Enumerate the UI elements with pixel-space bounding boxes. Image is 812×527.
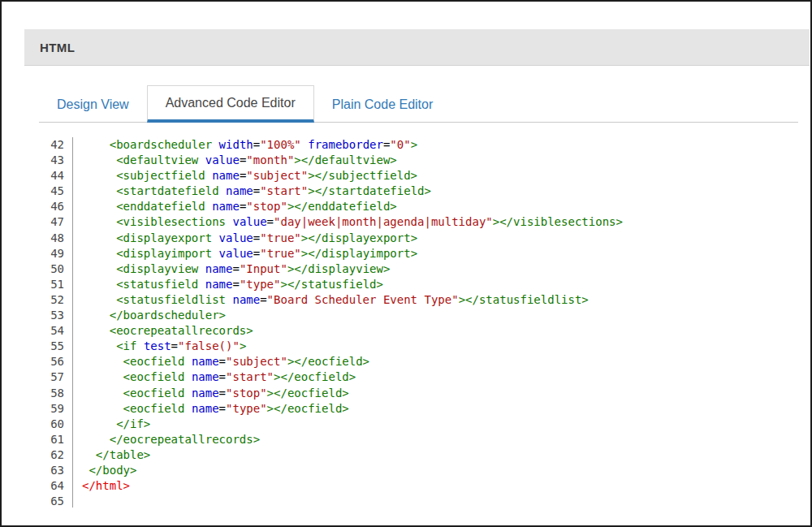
code-line: 45 <startdatefield name="start"></startd… bbox=[39, 184, 798, 199]
tab-advanced-code-editor[interactable]: Advanced Code Editor bbox=[147, 85, 314, 123]
panel-header: HTML bbox=[24, 29, 810, 66]
code-token: > bbox=[411, 138, 417, 151]
code-token: name bbox=[192, 355, 219, 368]
line-number: 54 bbox=[39, 323, 73, 339]
code-token: "month" bbox=[246, 153, 294, 166]
code-token: <displayview bbox=[116, 262, 198, 275]
line-number: 57 bbox=[39, 369, 73, 385]
code-token: <eocrepeatallrecords> bbox=[110, 324, 253, 337]
code-line: 55 <if test="false()"> bbox=[39, 339, 798, 354]
code-line: 49 <displayimport value="true"></display… bbox=[39, 246, 798, 261]
code-token: ></displayimport> bbox=[301, 247, 417, 260]
line-number: 47 bbox=[39, 214, 73, 230]
code-token: name bbox=[192, 370, 219, 383]
code-token: = bbox=[219, 402, 226, 415]
code-line-text: <displayimport value="true"></displayimp… bbox=[73, 246, 417, 261]
code-line: 58 <eocfield name="stop"></eocfield> bbox=[39, 386, 798, 401]
code-line-text: </if> bbox=[73, 417, 150, 432]
code-line-text: <eocfield name="subject"></eocfield> bbox=[73, 354, 369, 369]
code-token: = bbox=[219, 387, 226, 400]
line-number: 52 bbox=[39, 292, 73, 308]
code-token: </eocrepeatallrecords> bbox=[110, 433, 260, 446]
code-token bbox=[82, 448, 96, 461]
code-line-text: <displayexport value="true"></displayexp… bbox=[73, 231, 417, 246]
code-line-text: <eocrepeatallrecords> bbox=[73, 323, 253, 339]
code-token bbox=[82, 169, 116, 182]
code-token bbox=[82, 402, 123, 415]
code-line: 61 </eocrepeatallrecords> bbox=[39, 432, 798, 447]
code-token bbox=[205, 169, 212, 182]
code-token: name bbox=[205, 262, 233, 275]
code-token: <eocfield bbox=[123, 370, 185, 383]
line-number: 60 bbox=[39, 417, 73, 432]
code-token bbox=[219, 184, 226, 197]
code-token: <eocfield bbox=[123, 402, 185, 415]
line-number: 61 bbox=[39, 432, 73, 447]
code-token: name bbox=[192, 402, 219, 415]
code-token: ></eocfield> bbox=[267, 402, 349, 415]
code-token: = bbox=[253, 184, 260, 197]
code-token bbox=[198, 278, 205, 291]
code-token: value bbox=[219, 247, 253, 260]
code-token bbox=[82, 355, 123, 368]
code-token: name bbox=[212, 169, 240, 182]
line-number: 62 bbox=[39, 447, 73, 463]
code-line-text: <statusfield name="type"></statusfield> bbox=[73, 277, 383, 292]
code-line: 52 <statusfieldlist name="Board Schedule… bbox=[39, 292, 798, 308]
code-line: 46 <enddatefield name="stop"></enddatefi… bbox=[39, 199, 798, 214]
code-token: "day|week|month|agenda|multiday" bbox=[274, 215, 493, 228]
code-token: <eocfield bbox=[123, 355, 185, 368]
line-number: 45 bbox=[39, 184, 73, 199]
code-token: </if> bbox=[116, 417, 150, 430]
code-token: <startdatefield bbox=[116, 184, 218, 197]
code-token: </html> bbox=[82, 479, 130, 492]
code-token bbox=[82, 293, 116, 306]
code-token: "Input" bbox=[240, 262, 287, 275]
code-token: = bbox=[232, 262, 239, 275]
code-line: 65 bbox=[39, 494, 798, 508]
code-token bbox=[82, 387, 123, 400]
code-token: </body> bbox=[89, 464, 136, 477]
code-token: name bbox=[226, 184, 253, 197]
code-token: = bbox=[260, 293, 266, 306]
code-line-text: <displayview name="Input"></displayview> bbox=[73, 261, 390, 277]
code-token: "0" bbox=[390, 138, 410, 151]
code-token: > bbox=[240, 339, 246, 352]
code-editor[interactable]: 42 <boardscheduler width="100%" framebor… bbox=[39, 137, 798, 508]
code-token bbox=[198, 153, 205, 166]
code-line: 60 </if> bbox=[39, 417, 798, 432]
tab-plain-code-editor[interactable]: Plain Code Editor bbox=[314, 86, 451, 123]
code-token bbox=[82, 309, 110, 322]
code-token bbox=[301, 138, 308, 151]
code-token bbox=[82, 370, 123, 383]
code-token: <statusfield bbox=[116, 278, 198, 291]
code-token bbox=[205, 200, 212, 213]
code-token bbox=[82, 215, 116, 228]
tab-design-view[interactable]: Design View bbox=[39, 86, 147, 123]
line-number: 48 bbox=[39, 231, 73, 246]
code-line-text: <eocfield name="start"></eocfield> bbox=[73, 369, 356, 385]
code-lines: 42 <boardscheduler width="100%" framebor… bbox=[39, 137, 798, 508]
code-line-text: </html> bbox=[73, 478, 130, 494]
code-token bbox=[184, 387, 191, 400]
code-token: ></subjectfield> bbox=[308, 169, 417, 182]
line-number: 46 bbox=[39, 199, 73, 214]
code-token: "subject" bbox=[226, 355, 287, 368]
code-line: 48 <displayexport value="true"></display… bbox=[39, 231, 798, 246]
code-token: </boardscheduler> bbox=[110, 309, 226, 322]
code-token: ></visiblesections> bbox=[493, 215, 623, 228]
code-token: <subjectfield bbox=[116, 169, 205, 182]
code-token: "type" bbox=[226, 402, 267, 415]
code-token: value bbox=[232, 215, 266, 228]
code-line-text: </table> bbox=[73, 447, 150, 463]
code-token bbox=[212, 247, 218, 260]
line-number: 50 bbox=[39, 261, 73, 277]
code-token: name bbox=[232, 293, 260, 306]
code-token: ></eocfield> bbox=[267, 387, 349, 400]
code-token: "start" bbox=[226, 370, 274, 383]
code-line-text: <boardscheduler width="100%" frameborder… bbox=[73, 137, 417, 153]
line-number: 55 bbox=[39, 339, 73, 354]
code-token bbox=[82, 200, 116, 213]
code-line-text: </boardscheduler> bbox=[73, 308, 226, 323]
code-line: 63 </body> bbox=[39, 463, 798, 478]
